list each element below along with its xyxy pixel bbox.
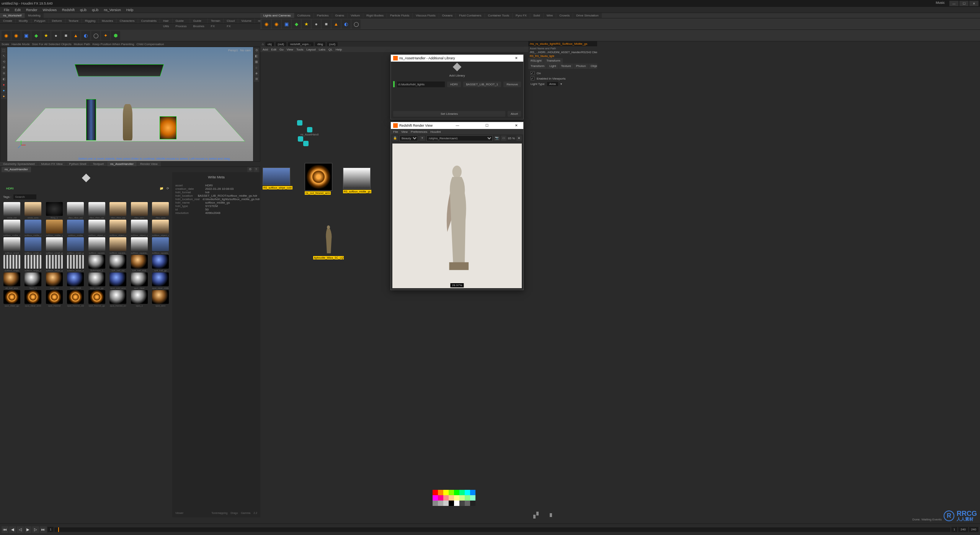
- shelf-tab[interactable]: Modeling: [25, 13, 43, 18]
- path-segment[interactable]: obj: [265, 42, 274, 46]
- menu-item[interactable]: ns_Version: [101, 7, 123, 13]
- asset-path-field[interactable]: /RS_.../HDRI.../HOUDINI_ASSET_Handler/RS…: [528, 51, 597, 54]
- shelf-tool-icon[interactable]: ◆: [31, 31, 41, 40]
- abort-button[interactable]: Abort: [508, 111, 521, 117]
- param-subtab[interactable]: Texture: [559, 64, 573, 69]
- shelf-tab[interactable]: Pyro FX: [513, 13, 530, 18]
- net-menu-item[interactable]: View: [287, 48, 293, 51]
- chevron-down-icon[interactable]: ▾: [560, 82, 562, 86]
- asset-item[interactable]: softbox_stripe_cw: [23, 255, 44, 272]
- shelf-tool-icon[interactable]: ▣: [282, 20, 291, 29]
- asset-item[interactable]: softbox_stripe_wr: [65, 255, 86, 272]
- vp-header-item[interactable]: Child Compensation: [136, 42, 164, 46]
- color-swatch[interactable]: [465, 495, 470, 501]
- param-tab[interactable]: RSLight: [528, 58, 544, 64]
- asset-item[interactable]: spot_cld: [44, 272, 65, 289]
- checkbox[interactable]: [531, 77, 534, 80]
- menu-item[interactable]: Redshift: [60, 7, 77, 13]
- start-frame[interactable]: 1: [951, 527, 957, 532]
- net-menu-item[interactable]: QL: [328, 48, 333, 51]
- vp-header-item[interactable]: Motion Path: [74, 42, 90, 46]
- help-icon[interactable]: ?: [253, 167, 259, 172]
- shelf-tab[interactable]: Rigging: [82, 18, 98, 23]
- color-swatch[interactable]: [443, 495, 449, 501]
- asset-item[interactable]: rflex_wrm: [129, 202, 150, 219]
- asset-item[interactable]: Ring_1: [44, 202, 65, 219]
- sub-tab[interactable]: ns_AssetHandler: [2, 167, 31, 172]
- path-segment[interactable]: ding: [315, 42, 325, 46]
- shelf-tool-icon[interactable]: ◯: [91, 31, 100, 40]
- render-menu-item[interactable]: Houdini: [430, 130, 441, 134]
- shelf-tab[interactable]: Grains: [332, 13, 348, 18]
- network-node[interactable]: [298, 136, 303, 142]
- net-menu-item[interactable]: Tools: [296, 48, 304, 51]
- param-subtab[interactable]: Light: [547, 64, 558, 69]
- menu-item[interactable]: qLib: [90, 7, 101, 13]
- timeline-track[interactable]: [54, 527, 950, 532]
- color-swatch[interactable]: [465, 501, 470, 506]
- shelf-tab[interactable]: Texture: [65, 18, 82, 23]
- menu-item[interactable]: File: [2, 7, 12, 13]
- asset-item[interactable]: circle_cld: [2, 202, 22, 219]
- param-value[interactable]: Area: [547, 82, 558, 86]
- asset-item[interactable]: softbox_midlte: [65, 220, 86, 237]
- param-path[interactable]: /ns_rs_studio_light/RS_Softbox_Midlte_gs: [528, 41, 597, 46]
- shelf-tab[interactable]: Solid: [530, 13, 543, 18]
- menu-item[interactable]: qLib: [78, 7, 89, 13]
- vp-header-item[interactable]: Handle Mode: [11, 42, 30, 46]
- vp-tool-icon[interactable]: ●: [1, 94, 7, 99]
- asset-item[interactable]: spot_clear_cld64: [150, 272, 171, 289]
- gear-icon[interactable]: ⚙: [247, 167, 253, 172]
- menu-item[interactable]: Windows: [41, 7, 59, 13]
- menu-item[interactable]: Help: [124, 7, 136, 13]
- asset-item[interactable]: softbox_object_cl: [87, 220, 107, 237]
- path-segment[interactable]: (out): [327, 42, 338, 46]
- color-swatch[interactable]: [454, 490, 459, 495]
- net-menu-item[interactable]: Help: [336, 48, 342, 51]
- asset-item[interactable]: softbox_small_gr: [65, 237, 86, 254]
- color-swatch[interactable]: [433, 495, 438, 501]
- render-menu-item[interactable]: File: [393, 130, 398, 134]
- vp-tool-icon[interactable]: ↖: [1, 54, 7, 59]
- vp-tool-icon[interactable]: ⊞: [254, 77, 259, 82]
- shelf-tool-icon[interactable]: ●: [312, 20, 321, 29]
- shelf-tool-icon[interactable]: ★: [302, 20, 311, 29]
- color-swatch[interactable]: [449, 501, 454, 506]
- panel-tab[interactable]: Render View: [137, 161, 161, 166]
- asset-item[interactable]: rflex_wrm: [150, 202, 171, 219]
- color-swatch[interactable]: [459, 495, 465, 501]
- network-thumbnail[interactable]: RS_softbox_stripe_cold: [263, 168, 292, 189]
- asset-lib-field[interactable]: $ASSET_LIB_ROOT_1: [463, 82, 501, 87]
- shelf-tab[interactable]: Drive Simulation: [573, 13, 601, 18]
- home-icon[interactable]: ⌂: [262, 42, 264, 46]
- asset-item[interactable]: softbox_stripe_go: [44, 255, 65, 272]
- asset-item[interactable]: rflex_rflctr_cld: [65, 202, 86, 219]
- shelf-tab[interactable]: Lights and Cameras: [260, 13, 294, 18]
- vp-tool-icon[interactable]: ◐: [1, 77, 7, 82]
- net-menu-item[interactable]: Edit: [271, 48, 276, 51]
- aov-select[interactable]: Beauty: [399, 135, 418, 141]
- remove-button[interactable]: Remove: [503, 82, 521, 87]
- shelf-tab[interactable]: Wire: [544, 13, 556, 18]
- shelf-tool-icon[interactable]: ■: [61, 31, 70, 40]
- close-icon[interactable]: ✕: [512, 124, 521, 127]
- color-swatch[interactable]: [459, 501, 465, 506]
- shelf-tab[interactable]: Collisions: [294, 13, 314, 18]
- type-dropdown[interactable]: HDRI: [447, 82, 461, 87]
- color-swatch[interactable]: [438, 495, 443, 501]
- render-view-window[interactable]: Redshift Render View — ☐ ✕ FileViewPrefe…: [390, 122, 524, 290]
- asset-item[interactable]: spot_cold_gp: [87, 272, 107, 289]
- zoom-value[interactable]: 85 %: [508, 137, 515, 140]
- shelf-tab[interactable]: Muscles: [99, 18, 116, 23]
- color-swatch[interactable]: [438, 501, 443, 506]
- strip-light[interactable]: [86, 99, 96, 140]
- param-subtab[interactable]: Photon: [574, 64, 588, 69]
- shelf-tab[interactable]: Particles: [314, 13, 332, 18]
- shelf-tab[interactable]: Oceans: [439, 13, 456, 18]
- color-swatch[interactable]: [465, 490, 470, 495]
- vp-tool-icon[interactable]: ⬚: [1, 48, 7, 53]
- maximize-icon[interactable]: ☐: [482, 124, 492, 127]
- close-icon[interactable]: ✕: [512, 56, 521, 60]
- asset-item[interactable]: spot_wrm: [150, 290, 171, 307]
- panel-tab[interactable]: Motion FX View: [38, 161, 66, 166]
